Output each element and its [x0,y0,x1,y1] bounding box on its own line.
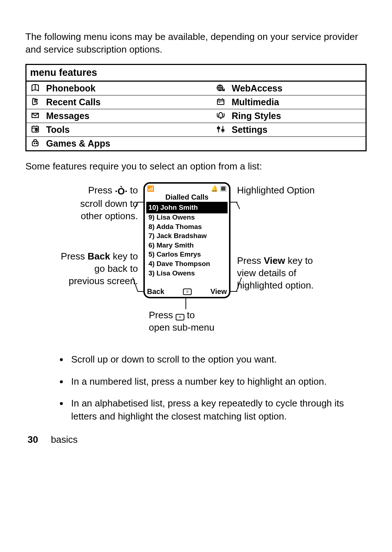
table-row: Tools Settings [26,123,366,137]
list-item[interactable]: 3) Lisa Owens [147,269,227,278]
table-row: Games & Apps [26,137,366,151]
callout-back: Press Back key to go back to previous sc… [58,250,138,287]
phone-diagram: 📶 🔔 🔳 Dialled Calls 10) John Smith 9) Li… [27,182,365,338]
list-item[interactable]: 10) John Smith [147,203,227,213]
call-list: 10) John Smith 9) Lisa Owens 8) Adda Tho… [145,203,229,278]
list-item[interactable]: 4) Dave Thompson [147,259,227,269]
svg-point-8 [36,143,37,143]
recent-calls-icon [26,95,44,109]
features-header: menu features [26,65,366,81]
menu-key-icon: ≡ [176,314,184,320]
feature-label: WebAccess [229,81,366,95]
phonebook-icon [26,81,44,95]
settings-icon [212,123,229,137]
callout-menu: Press ≡ to open sub-menu [149,309,229,334]
messages-icon [26,109,44,123]
empty-icon [212,137,229,151]
list-item[interactable]: 9) Lisa Owens [147,213,227,222]
tools-icon [26,123,44,137]
page-footer: 30 basics [25,434,367,445]
screen-title: Dialled Calls [145,193,229,203]
softkey-menu[interactable]: ≡ [183,289,192,295]
nav-key-icon: ·Ò· [115,185,127,198]
callout-highlighted: Highlighted Option [237,184,317,197]
mid-paragraph: Some features require you to select an o… [25,160,367,173]
table-row: Messages Ring Styles [26,109,366,123]
ringstyles-icon [212,109,229,123]
list-item: In a numbered list, press a number key t… [68,375,367,388]
feature-label: Messages [44,109,212,123]
svg-rect-1 [217,99,224,105]
signal-icon: 📶 [147,185,154,192]
table-row: Phonebook WebAccess [26,81,366,95]
list-item[interactable]: 7) Jack Bradshaw [147,231,227,241]
table-row: Recent Calls Multimedia [26,95,366,109]
games-icon [26,137,44,151]
callout-scroll: Press ·Ò· to scroll down to other option… [58,184,138,222]
feature-label: Games & Apps [44,137,212,151]
feature-label: Phonebook [44,81,212,95]
softkey-bar: Back ≡ View [145,287,229,297]
feature-label: Settings [229,123,366,137]
menu-features-table: menu features Phonebook WebAccess Recent… [25,64,367,151]
callout-view: Press View key to view details of highli… [237,255,324,291]
list-item[interactable]: 6) Mary Smith [147,241,227,250]
feature-label: Ring Styles [229,109,366,123]
status-bar: 📶 🔔 🔳 [145,184,229,193]
feature-label: Recent Calls [44,95,212,109]
intro-paragraph: The following menu icons may be availabl… [25,30,367,56]
feature-label [229,137,366,151]
webaccess-icon [212,81,229,95]
instruction-bullets: Scroll up or down to scroll to the optio… [25,353,367,423]
softkey-view[interactable]: View [211,287,227,296]
multimedia-icon [212,95,229,109]
list-item[interactable]: 5) Carlos Emrys [147,250,227,259]
section-name: basics [51,434,78,445]
phone-screen: 📶 🔔 🔳 Dialled Calls 10) John Smith 9) Li… [143,182,230,298]
feature-label: Multimedia [229,95,366,109]
battery-icons: 🔔 🔳 [211,185,227,192]
feature-label: Tools [44,123,212,137]
list-item: Scroll up or down to scroll to the optio… [68,353,367,366]
list-item[interactable]: 8) Adda Thomas [147,222,227,232]
list-item: In an alphabetised list, press a key rep… [68,397,367,423]
page-number: 30 [28,434,38,445]
softkey-back[interactable]: Back [147,287,164,296]
